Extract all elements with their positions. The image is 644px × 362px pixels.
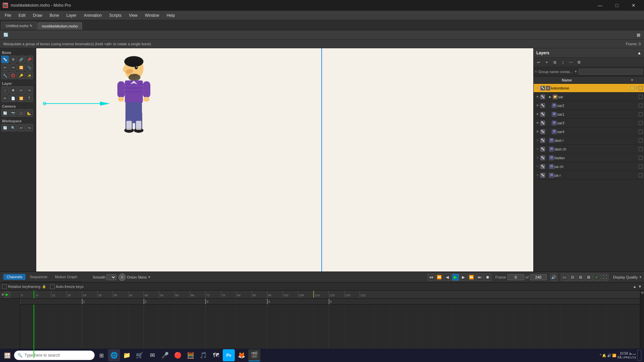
layer-eye-dast-r[interactable]: 👁: [535, 139, 540, 142]
menu-layer[interactable]: Layer: [63, 12, 80, 19]
bone-tool-10[interactable]: ⭕: [9, 72, 17, 79]
record-button[interactable]: ⏺: [484, 274, 491, 281]
smooth-select[interactable]: 123: [106, 274, 116, 280]
start-button[interactable]: 🪟: [1, 349, 13, 361]
camera-tool-4[interactable]: 📐: [25, 109, 33, 117]
layer-dropdown-icon[interactable]: ▼: [635, 86, 638, 90]
bone-tool-11[interactable]: 🔑: [17, 72, 25, 79]
taskbar-app-opera[interactable]: 🔴: [172, 349, 184, 361]
relative-keyframing-control[interactable]: Relative keyframing 🔒: [2, 284, 46, 289]
toolbar-icon-right[interactable]: ▦: [635, 31, 642, 39]
layer-eye-sar[interactable]: 👁: [535, 95, 540, 99]
auto-freeze-checkbox[interactable]: [50, 284, 55, 289]
layers-more-btn[interactable]: ⋯: [567, 59, 575, 66]
layer-check-sar1[interactable]: [639, 112, 643, 116]
view-btn-1[interactable]: ▭: [561, 274, 568, 281]
col-dropdown[interactable]: ▼: [631, 78, 637, 82]
bone-tool-7[interactable]: 🔀: [17, 64, 25, 71]
layers-add-btn[interactable]: +: [543, 59, 550, 66]
layer-row-kolombone[interactable]: 👁 🦴 ▤ kolombone ▼: [534, 84, 644, 93]
menu-scripts[interactable]: Scripts: [106, 12, 125, 19]
layer-expand-sar[interactable]: ▶: [549, 95, 551, 99]
tab-sequencer[interactable]: Sequencer: [26, 274, 51, 280]
onion-skins-toggle[interactable]: ⊙: [118, 274, 126, 281]
taskbar-app-music[interactable]: 🎵: [197, 349, 209, 361]
timeline-scroll-up-btn[interactable]: ▲ ▼: [633, 284, 642, 289]
layer-eye-badan[interactable]: 👁: [535, 156, 540, 160]
menu-window[interactable]: Window: [142, 12, 163, 19]
layer-tool-8[interactable]: T: [25, 95, 33, 102]
layer-eye-sar4[interactable]: 👁: [535, 130, 540, 133]
go-start-button[interactable]: ⏮: [428, 274, 435, 281]
layer-row-dast-r[interactable]: 👁 🦴 🖼 dast r: [534, 136, 644, 145]
layers-filter-dropdown-icon[interactable]: ▼: [574, 70, 578, 73]
layer-row-sar3[interactable]: 👁 🦴 🖼 sar3: [534, 119, 644, 127]
menu-animation[interactable]: Animation: [80, 12, 105, 19]
layer-check-sar4[interactable]: [639, 130, 643, 134]
layer-eye-pa-r[interactable]: 👁: [535, 174, 540, 177]
layer-eye-sar2[interactable]: 👁: [535, 104, 540, 107]
menu-bone[interactable]: Bone: [46, 12, 62, 19]
workspace-tool-4[interactable]: ↪: [25, 124, 33, 131]
layer-eye-sar1[interactable]: 👁: [535, 113, 540, 116]
taskbar-app-moho[interactable]: 🎬: [248, 349, 260, 361]
minimize-button[interactable]: —: [592, 0, 608, 11]
layer-tool-6[interactable]: 📄: [9, 95, 17, 102]
layer-check-badan[interactable]: [639, 156, 643, 160]
layer-eye-sar3[interactable]: 👁: [535, 121, 540, 125]
next-frame-button[interactable]: ⏩: [468, 274, 475, 281]
layer-check-sar2[interactable]: [639, 104, 643, 108]
layers-collapse-icon[interactable]: ▲: [637, 51, 641, 55]
volume-button[interactable]: 🔊: [550, 274, 557, 281]
auto-freeze-control[interactable]: Auto-freeze keys: [50, 284, 84, 289]
layer-row-pa-ch[interactable]: 👁 🦴 🖼 pa ch: [534, 162, 644, 171]
bone-tool-1[interactable]: 🦴: [1, 56, 9, 63]
taskbar-app-maps[interactable]: 🗺: [210, 349, 222, 361]
layer-tool-4[interactable]: ↪: [25, 86, 33, 94]
workspace-tool-1[interactable]: 🔄: [1, 124, 9, 131]
maximize-button[interactable]: □: [609, 0, 625, 11]
show-desktop-button[interactable]: [637, 350, 641, 361]
tab-moshkelekolom[interactable]: moshkelekolom.moho: [38, 22, 82, 30]
layer-check-sar[interactable]: [639, 95, 643, 99]
view-check[interactable]: ✓: [593, 274, 600, 281]
layer-tool-7[interactable]: 🔀: [17, 95, 25, 102]
menu-file[interactable]: File: [1, 12, 14, 19]
tab-untitled[interactable]: Untitled.moho ✎: [1, 22, 37, 30]
bone-tool-2[interactable]: ⚙: [9, 56, 17, 63]
view-btn-4[interactable]: ⊠: [585, 274, 592, 281]
layers-copy-btn[interactable]: ⧉: [551, 59, 558, 66]
layer-tool-5[interactable]: ✏: [1, 95, 9, 102]
menu-draw[interactable]: Draw: [30, 12, 46, 19]
tab-motion-graph[interactable]: Motion Graph: [52, 274, 81, 280]
workspace-tool-3[interactable]: ↩: [17, 124, 25, 131]
layer-check-dast-ch[interactable]: [639, 147, 643, 151]
layer-row-dast-ch[interactable]: 👁 🦴 🖼 dast ch: [534, 145, 644, 154]
layer-eye-dast-ch[interactable]: 👁: [535, 147, 540, 151]
total-frames-input[interactable]: 240: [530, 274, 547, 280]
bone-tool-5[interactable]: ↩: [1, 64, 9, 71]
layer-tool-3[interactable]: ↩: [17, 86, 25, 94]
layer-check-kolombone[interactable]: [639, 86, 643, 90]
task-view-button[interactable]: ⊞: [95, 349, 107, 361]
layer-row-sar4[interactable]: 👁 🦴 🖼 sar4: [534, 127, 644, 136]
v-scroll-thumb[interactable]: [641, 291, 644, 294]
taskbar-search[interactable]: 🔍 Type here to search: [14, 351, 95, 360]
onion-skins-dropdown-icon[interactable]: ▼: [148, 276, 151, 279]
tab-channels[interactable]: Channels: [3, 274, 25, 280]
layer-row-sar2[interactable]: 👁 🦴 🖼 sar2: [534, 101, 644, 110]
layer-check-dast-r[interactable]: [639, 138, 643, 142]
taskbar-app-firefox[interactable]: 🦊: [235, 349, 248, 361]
layer-eye-pa-ch[interactable]: 👁: [535, 165, 540, 168]
canvas-area[interactable]: [36, 48, 533, 272]
taskbar-app-mic[interactable]: 🎤: [159, 349, 171, 361]
next-key-button[interactable]: ▶: [460, 274, 467, 281]
current-frame-input[interactable]: 0: [507, 274, 524, 280]
layers-undo-btn[interactable]: ↩: [535, 59, 542, 66]
taskbar-app-store[interactable]: 🛒: [133, 349, 146, 361]
layer-row-badan[interactable]: 👁 🦴 🖼 badan: [534, 154, 644, 162]
menu-view[interactable]: View: [125, 12, 141, 19]
bone-tool-12[interactable]: ✨: [25, 72, 33, 79]
bone-tool-9[interactable]: 🔧: [1, 72, 9, 79]
taskbar-app-calc[interactable]: 🧮: [184, 349, 197, 361]
